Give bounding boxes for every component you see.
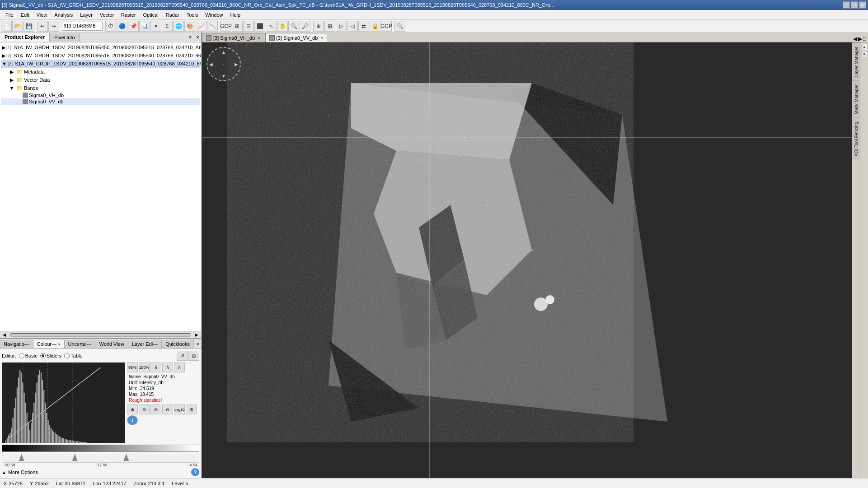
- slider-middle[interactable]: [72, 454, 78, 461]
- tab-layereditor[interactable]: Layer Edi---: [128, 340, 162, 348]
- menu-optical[interactable]: Optical: [139, 11, 162, 19]
- btn-delta1[interactable]: δ: [150, 363, 161, 372]
- bottom-panel-close[interactable]: ×: [195, 341, 201, 347]
- menu-view[interactable]: View: [33, 11, 51, 19]
- panel-expand-button[interactable]: ▼: [186, 35, 194, 40]
- rt-btn-2[interactable]: ▼: [861, 51, 868, 57]
- tree-item-bands[interactable]: ▼ 📁 Bands: [1, 84, 200, 92]
- tb-zoomout[interactable]: 🔎: [300, 21, 310, 32]
- menu-raster[interactable]: Raster: [117, 11, 139, 19]
- btn-log10[interactable]: Log10: [174, 404, 185, 414]
- radio-basic[interactable]: [19, 353, 24, 358]
- tab-vv-db[interactable]: [3] Sigma0_VV_db ×: [265, 33, 327, 42]
- tb-zoom-to-fit[interactable]: ⊕: [313, 21, 324, 32]
- tb-undo[interactable]: ↩: [37, 21, 48, 32]
- tb-gcp[interactable]: GCP: [221, 21, 231, 32]
- help-button[interactable]: ?: [191, 468, 199, 476]
- coord-input[interactable]: [62, 22, 103, 31]
- tab-nav-maximize[interactable]: □: [863, 36, 866, 42]
- btn-delta3[interactable]: δ: [174, 363, 185, 372]
- vert-tab-layer-manager[interactable]: Layer Manager: [852, 42, 860, 80]
- menu-radar[interactable]: Radar: [162, 11, 183, 19]
- tab-pixel-info[interactable]: Pixel Info: [50, 33, 80, 42]
- tree-item-p2[interactable]: ▶ [2] S1A_IW_GRDH_1SDV_20190828T095515_2…: [1, 51, 200, 60]
- tb-globe[interactable]: 🌐: [173, 21, 184, 32]
- menu-edit[interactable]: Edit: [17, 11, 33, 19]
- rt-btn-1[interactable]: ▲: [861, 44, 868, 50]
- tab-vh-db[interactable]: [3] Sigma0_VH_db ×: [202, 33, 264, 42]
- btn-zoom-in-h[interactable]: ⊕: [127, 404, 138, 414]
- tb-classify[interactable]: ⊟: [243, 21, 254, 32]
- tab-colour[interactable]: Colour---×: [33, 340, 65, 348]
- menu-window[interactable]: Window: [202, 11, 226, 19]
- btn-delta2[interactable]: δ: [162, 363, 173, 372]
- tab-nav-right[interactable]: ▶: [858, 36, 862, 42]
- slider-left[interactable]: [19, 454, 24, 461]
- tb-mask[interactable]: ⬛: [254, 21, 265, 32]
- more-options-label[interactable]: More Options: [8, 469, 38, 475]
- btn-95pct[interactable]: 95%: [127, 363, 138, 372]
- minimize-button[interactable]: −: [843, 1, 850, 9]
- tb-sync[interactable]: ⇄: [358, 21, 369, 32]
- tab-product-explorer[interactable]: Product Explorer: [0, 33, 50, 42]
- btn-zoom-in-v[interactable]: ⊕: [150, 404, 161, 414]
- btn-grid[interactable]: ⊞: [186, 404, 197, 414]
- tb-zoomin[interactable]: 🔍: [288, 21, 299, 32]
- tb-layers[interactable]: ⊞: [232, 21, 243, 32]
- btn-100pct[interactable]: 100%: [139, 363, 150, 372]
- radio-sliders[interactable]: [40, 353, 46, 358]
- menu-layer[interactable]: Layer: [76, 11, 96, 19]
- menu-tools[interactable]: Tools: [183, 11, 202, 19]
- tab-colour-close[interactable]: ×: [58, 342, 60, 347]
- close-button[interactable]: ✕: [859, 1, 866, 9]
- tree-item-vectordata[interactable]: ▶ 📁 Vector Data: [1, 76, 200, 84]
- tb-zoom-layer[interactable]: ⊞: [324, 21, 335, 32]
- tb-new[interactable]: 📄: [1, 21, 12, 32]
- scroll-track[interactable]: [10, 333, 191, 337]
- vert-tab-aoi-tool[interactable]: AOI Tool Fencing: [852, 118, 860, 160]
- tb-sigma[interactable]: Σ: [162, 21, 173, 32]
- import-btn[interactable]: ⊞: [188, 351, 199, 361]
- tab-navigation[interactable]: Navigatio---: [0, 340, 33, 348]
- refresh-btn[interactable]: ↺: [177, 351, 188, 361]
- tab-uncertainty[interactable]: Uncertai---: [65, 340, 96, 348]
- tree-item-metadata[interactable]: ▶ 📁 Metadata: [1, 68, 200, 76]
- radio-table[interactable]: [64, 353, 70, 358]
- tree-item-vh[interactable]: Sigma0_VH_db: [1, 92, 200, 98]
- tb-select[interactable]: ↖: [266, 21, 277, 32]
- tb-pin[interactable]: 📌: [128, 21, 139, 32]
- radio-basic-label[interactable]: Basic: [19, 353, 38, 358]
- tb-pan[interactable]: ✋: [277, 21, 288, 32]
- tb-color[interactable]: 🎨: [184, 21, 195, 32]
- tb-scatter[interactable]: ✦: [150, 21, 161, 32]
- tab-worldview[interactable]: World View: [95, 340, 128, 348]
- btn-info[interactable]: ℹ: [127, 415, 138, 425]
- radio-sliders-label[interactable]: Sliders: [40, 353, 62, 358]
- tb-spectrum[interactable]: 🔵: [117, 21, 127, 32]
- menu-vector[interactable]: Vector: [96, 11, 117, 19]
- tb-chart[interactable]: 📊: [139, 21, 150, 32]
- menu-analysis[interactable]: Analysis: [51, 11, 76, 19]
- tb-redo[interactable]: ↪: [48, 21, 59, 32]
- tb-open[interactable]: 📂: [12, 21, 23, 32]
- tab-vh-close[interactable]: ×: [258, 36, 260, 40]
- tab-nav-left[interactable]: ◀: [853, 36, 857, 42]
- tab-quicklooks[interactable]: Quicklooks: [162, 340, 194, 348]
- btn-zoom-out-h[interactable]: ⊖: [139, 404, 150, 414]
- tb-range1[interactable]: ⏱: [105, 21, 116, 32]
- panel-close-button[interactable]: ×: [194, 34, 201, 41]
- scroll-left-button[interactable]: ◀: [1, 332, 8, 337]
- tb-lock[interactable]: 🔒: [370, 21, 380, 32]
- tb-linechart[interactable]: 📈: [196, 21, 206, 32]
- slider-right[interactable]: [123, 454, 129, 461]
- tree-item-p1[interactable]: ▶ [1] S1A_IW_GRDH_1SDV_20190828T095450_2…: [1, 43, 200, 51]
- btn-zoom-out-v[interactable]: ⊖: [162, 404, 173, 414]
- menu-file[interactable]: File: [2, 11, 17, 19]
- maximize-button[interactable]: □: [851, 1, 858, 9]
- tb-search[interactable]: 🔍: [394, 21, 405, 32]
- tab-vv-close[interactable]: ×: [320, 36, 323, 40]
- tb-gcp2[interactable]: GCP: [381, 21, 392, 32]
- scroll-right-button[interactable]: ▶: [193, 332, 200, 337]
- tb-next[interactable]: ▷: [336, 21, 347, 32]
- tb-prev[interactable]: ◁: [347, 21, 358, 32]
